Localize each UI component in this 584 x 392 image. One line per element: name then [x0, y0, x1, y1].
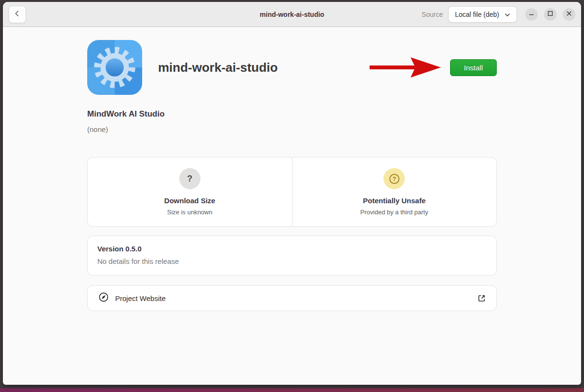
maximize-icon — [547, 11, 553, 18]
version-title: Version 0.5.0 — [97, 245, 487, 253]
minimize-icon — [529, 11, 534, 18]
download-size-subtitle: Size is unknown — [88, 209, 292, 216]
app-title: mind-work-ai-studio — [158, 60, 278, 75]
app-window: mind-work-ai-studio Source Local file (d… — [3, 2, 581, 385]
source-dropdown[interactable]: Local file (deb) — [448, 6, 517, 23]
main-content: mind-work-ai-studio Install MindWork AI … — [3, 27, 581, 311]
circled-question-glyph: ? — [389, 174, 399, 184]
license-text: (none) — [87, 125, 497, 133]
potentially-unsafe-subtitle: Provided by a third party — [292, 209, 497, 216]
chevron-down-icon — [504, 11, 510, 18]
external-link-icon — [478, 294, 486, 302]
version-subtitle: No details for this release — [97, 257, 487, 265]
circled-question-icon: ? — [384, 168, 405, 189]
minimize-button[interactable] — [525, 8, 538, 21]
download-size-tile: ? Download Size Size is unknown — [88, 157, 292, 226]
desktop-background-strip — [0, 388, 584, 392]
source-dropdown-value: Local file (deb) — [455, 11, 499, 18]
info-tiles-card: ? Download Size Size is unknown ? Potent… — [87, 157, 497, 227]
maximize-button[interactable] — [544, 8, 557, 21]
compass-icon — [98, 292, 109, 304]
red-arrow-annotation — [370, 56, 450, 78]
project-website-label: Project Website — [115, 294, 166, 302]
version-card: Version 0.5.0 No details for this releas… — [87, 235, 497, 275]
project-website-row[interactable]: Project Website — [87, 285, 497, 311]
close-button[interactable] — [563, 8, 575, 21]
developer-name: MindWork AI Studio — [87, 109, 497, 119]
chevron-left-icon — [13, 10, 21, 19]
app-header-row: mind-work-ai-studio Install — [87, 40, 497, 95]
potentially-unsafe-tile: ? Potentially Unsafe Provided by a third… — [292, 157, 497, 226]
question-icon: ? — [179, 168, 200, 189]
gear-icon — [87, 40, 142, 95]
question-glyph: ? — [187, 174, 192, 184]
potentially-unsafe-title: Potentially Unsafe — [292, 196, 497, 205]
close-icon — [566, 11, 572, 18]
window-controls — [525, 8, 575, 21]
header-bar: mind-work-ai-studio Source Local file (d… — [3, 2, 581, 27]
source-label: Source — [422, 11, 443, 18]
app-icon — [87, 40, 142, 95]
back-button[interactable] — [9, 6, 26, 23]
download-size-title: Download Size — [88, 196, 292, 205]
install-button[interactable]: Install — [450, 59, 497, 76]
window-title: mind-work-ai-studio — [260, 11, 324, 18]
